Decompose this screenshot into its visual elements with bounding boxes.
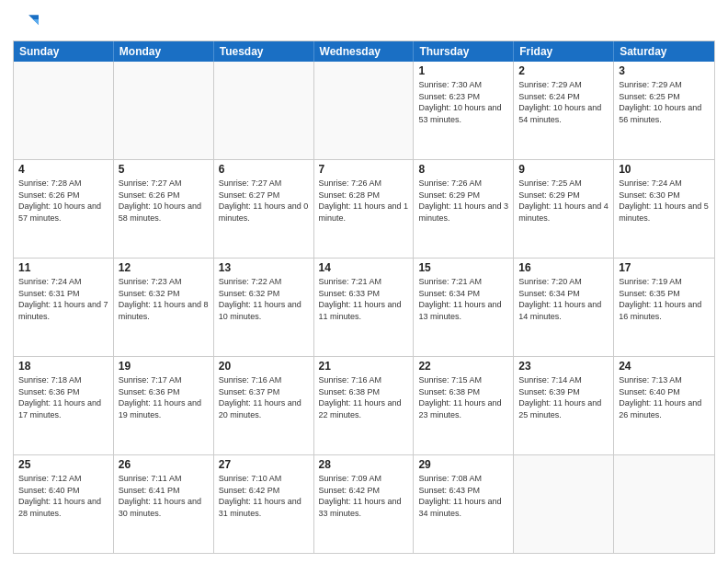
- day-info: Sunrise: 7:19 AMSunset: 6:35 PMDaylight:…: [619, 276, 710, 322]
- header: [13, 9, 715, 35]
- day-info: Sunrise: 7:23 AMSunset: 6:32 PMDaylight:…: [119, 276, 209, 322]
- page: SundayMondayTuesdayWednesdayThursdayFrid…: [0, 0, 728, 563]
- calendar-row: 18Sunrise: 7:18 AMSunset: 6:36 PMDayligh…: [14, 356, 714, 454]
- day-info: Sunrise: 7:25 AMSunset: 6:29 PMDaylight:…: [518, 178, 609, 224]
- day-info: Sunrise: 7:21 AMSunset: 6:33 PMDaylight:…: [319, 276, 409, 322]
- day-info: Sunrise: 7:28 AMSunset: 6:26 PMDaylight:…: [18, 178, 108, 224]
- day-number: 7: [319, 163, 409, 176]
- day-info: Sunrise: 7:24 AMSunset: 6:30 PMDaylight:…: [619, 178, 710, 224]
- day-number: 26: [119, 458, 209, 471]
- calendar-body: 1Sunrise: 7:30 AMSunset: 6:23 PMDaylight…: [14, 62, 714, 553]
- calendar-cell: 29Sunrise: 7:08 AMSunset: 6:43 PMDayligh…: [414, 455, 514, 553]
- calendar-cell: [514, 455, 614, 553]
- calendar-cell: 27Sunrise: 7:10 AMSunset: 6:42 PMDayligh…: [214, 455, 314, 553]
- day-info: Sunrise: 7:08 AMSunset: 6:43 PMDaylight:…: [418, 473, 508, 519]
- calendar-cell: 2Sunrise: 7:29 AMSunset: 6:24 PMDaylight…: [514, 62, 614, 159]
- calendar-cell: [314, 62, 415, 159]
- calendar-cell: 24Sunrise: 7:13 AMSunset: 6:40 PMDayligh…: [614, 357, 714, 454]
- day-info: Sunrise: 7:16 AMSunset: 6:37 PMDaylight:…: [219, 374, 309, 420]
- day-number: 3: [619, 64, 710, 77]
- day-number: 6: [219, 163, 309, 176]
- calendar-cell: 3Sunrise: 7:29 AMSunset: 6:25 PMDaylight…: [614, 62, 714, 159]
- day-number: 11: [18, 261, 108, 274]
- day-info: Sunrise: 7:24 AMSunset: 6:31 PMDaylight:…: [18, 276, 108, 322]
- calendar-cell: 8Sunrise: 7:26 AMSunset: 6:29 PMDaylight…: [414, 160, 514, 258]
- svg-rect-0: [13, 9, 39, 35]
- weekday-header: Friday: [514, 41, 614, 62]
- calendar-cell: 14Sunrise: 7:21 AMSunset: 6:33 PMDayligh…: [314, 259, 415, 356]
- day-number: 24: [619, 360, 710, 373]
- day-number: 27: [219, 458, 309, 471]
- day-info: Sunrise: 7:16 AMSunset: 6:38 PMDaylight:…: [319, 374, 409, 420]
- calendar-cell: 18Sunrise: 7:18 AMSunset: 6:36 PMDayligh…: [14, 357, 114, 454]
- calendar-header-row: SundayMondayTuesdayWednesdayThursdayFrid…: [14, 41, 714, 62]
- calendar-cell: [614, 455, 714, 553]
- day-number: 15: [418, 261, 508, 274]
- calendar-cell: 16Sunrise: 7:20 AMSunset: 6:34 PMDayligh…: [514, 259, 614, 356]
- calendar-cell: 7Sunrise: 7:26 AMSunset: 6:28 PMDaylight…: [314, 160, 415, 258]
- calendar-cell: 20Sunrise: 7:16 AMSunset: 6:37 PMDayligh…: [214, 357, 314, 454]
- calendar-cell: 19Sunrise: 7:17 AMSunset: 6:36 PMDayligh…: [114, 357, 214, 454]
- day-number: 13: [219, 261, 309, 274]
- day-number: 4: [18, 163, 108, 176]
- day-info: Sunrise: 7:30 AMSunset: 6:23 PMDaylight:…: [418, 79, 508, 125]
- day-info: Sunrise: 7:09 AMSunset: 6:42 PMDaylight:…: [319, 473, 409, 519]
- day-number: 25: [18, 458, 108, 471]
- calendar-cell: [214, 62, 314, 159]
- day-info: Sunrise: 7:26 AMSunset: 6:28 PMDaylight:…: [319, 178, 409, 224]
- day-number: 18: [18, 360, 108, 373]
- day-number: 22: [418, 360, 508, 373]
- day-info: Sunrise: 7:15 AMSunset: 6:38 PMDaylight:…: [418, 374, 508, 420]
- day-number: 17: [619, 261, 710, 274]
- calendar-cell: 22Sunrise: 7:15 AMSunset: 6:38 PMDayligh…: [414, 357, 514, 454]
- day-info: Sunrise: 7:29 AMSunset: 6:24 PMDaylight:…: [518, 79, 609, 125]
- weekday-header: Thursday: [414, 41, 514, 62]
- calendar-cell: 5Sunrise: 7:27 AMSunset: 6:26 PMDaylight…: [114, 160, 214, 258]
- day-info: Sunrise: 7:14 AMSunset: 6:39 PMDaylight:…: [518, 374, 609, 420]
- day-info: Sunrise: 7:10 AMSunset: 6:42 PMDaylight:…: [219, 473, 309, 519]
- day-number: 29: [418, 458, 508, 471]
- day-info: Sunrise: 7:13 AMSunset: 6:40 PMDaylight:…: [619, 374, 710, 420]
- calendar-cell: 17Sunrise: 7:19 AMSunset: 6:35 PMDayligh…: [614, 259, 714, 356]
- day-number: 23: [518, 360, 609, 373]
- day-info: Sunrise: 7:18 AMSunset: 6:36 PMDaylight:…: [18, 374, 108, 420]
- calendar-cell: 9Sunrise: 7:25 AMSunset: 6:29 PMDaylight…: [514, 160, 614, 258]
- day-info: Sunrise: 7:20 AMSunset: 6:34 PMDaylight:…: [518, 276, 609, 322]
- calendar-cell: 11Sunrise: 7:24 AMSunset: 6:31 PMDayligh…: [14, 259, 114, 356]
- day-info: Sunrise: 7:29 AMSunset: 6:25 PMDaylight:…: [619, 79, 710, 125]
- day-number: 28: [319, 458, 409, 471]
- day-number: 2: [518, 64, 609, 77]
- day-number: 1: [418, 64, 508, 77]
- calendar-cell: 28Sunrise: 7:09 AMSunset: 6:42 PMDayligh…: [314, 455, 415, 553]
- calendar-row: 11Sunrise: 7:24 AMSunset: 6:31 PMDayligh…: [14, 258, 714, 356]
- calendar-cell: 15Sunrise: 7:21 AMSunset: 6:34 PMDayligh…: [414, 259, 514, 356]
- calendar-row: 1Sunrise: 7:30 AMSunset: 6:23 PMDaylight…: [14, 62, 714, 159]
- day-info: Sunrise: 7:27 AMSunset: 6:26 PMDaylight:…: [119, 178, 209, 224]
- calendar-row: 25Sunrise: 7:12 AMSunset: 6:40 PMDayligh…: [14, 454, 714, 553]
- day-info: Sunrise: 7:27 AMSunset: 6:27 PMDaylight:…: [219, 178, 309, 224]
- weekday-header: Wednesday: [314, 41, 415, 62]
- calendar-cell: [114, 62, 214, 159]
- day-number: 19: [119, 360, 209, 373]
- logo-icon: [13, 9, 39, 35]
- day-info: Sunrise: 7:12 AMSunset: 6:40 PMDaylight:…: [18, 473, 108, 519]
- day-number: 5: [119, 163, 209, 176]
- day-info: Sunrise: 7:11 AMSunset: 6:41 PMDaylight:…: [119, 473, 209, 519]
- day-number: 14: [319, 261, 409, 274]
- day-number: 21: [319, 360, 409, 373]
- calendar-cell: 4Sunrise: 7:28 AMSunset: 6:26 PMDaylight…: [14, 160, 114, 258]
- calendar-cell: 6Sunrise: 7:27 AMSunset: 6:27 PMDaylight…: [214, 160, 314, 258]
- weekday-header: Monday: [114, 41, 214, 62]
- calendar-cell: 1Sunrise: 7:30 AMSunset: 6:23 PMDaylight…: [414, 62, 514, 159]
- weekday-header: Sunday: [14, 41, 114, 62]
- calendar-cell: 10Sunrise: 7:24 AMSunset: 6:30 PMDayligh…: [614, 160, 714, 258]
- calendar-cell: 25Sunrise: 7:12 AMSunset: 6:40 PMDayligh…: [14, 455, 114, 553]
- day-number: 16: [518, 261, 609, 274]
- calendar-row: 4Sunrise: 7:28 AMSunset: 6:26 PMDaylight…: [14, 159, 714, 258]
- calendar-cell: 26Sunrise: 7:11 AMSunset: 6:41 PMDayligh…: [114, 455, 214, 553]
- day-info: Sunrise: 7:22 AMSunset: 6:32 PMDaylight:…: [219, 276, 309, 322]
- weekday-header: Tuesday: [214, 41, 314, 62]
- calendar-cell: 21Sunrise: 7:16 AMSunset: 6:38 PMDayligh…: [314, 357, 415, 454]
- day-info: Sunrise: 7:17 AMSunset: 6:36 PMDaylight:…: [119, 374, 209, 420]
- day-info: Sunrise: 7:26 AMSunset: 6:29 PMDaylight:…: [418, 178, 508, 224]
